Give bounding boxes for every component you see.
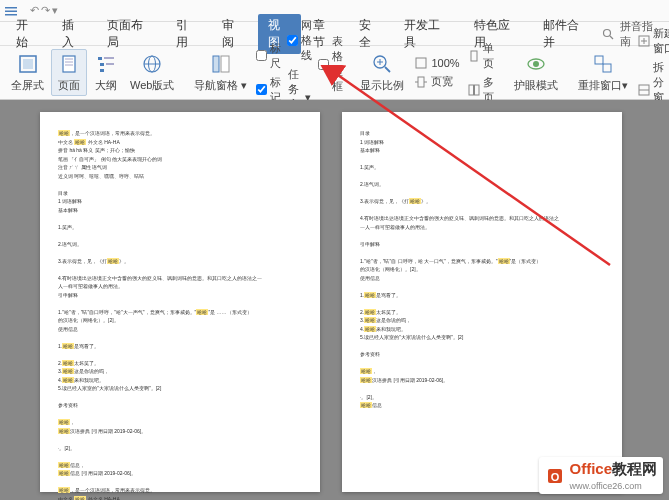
doc-line: 基本解释: [360, 147, 604, 155]
doc-line: 注音 ㄏㄚ 属性 语气词: [58, 164, 302, 172]
doc-line: 1.笑声。: [58, 224, 302, 232]
zoom-button[interactable]: 显示比例: [355, 50, 409, 95]
doc-line: 3.表示得意，见，《打哈哈》。: [58, 258, 302, 266]
gridlines-check[interactable]: 网格线: [285, 17, 314, 64]
doc-line: 1 词语解释: [58, 198, 302, 206]
doc-line: 哈哈，是一个汉语词语，常用来表示得意。: [58, 130, 302, 138]
doc-line: [360, 249, 604, 257]
doc-line: 3.表示得意，见，《打哈哈》。: [360, 198, 604, 206]
doc-line: [360, 343, 604, 351]
doc-line: 引申解释: [360, 241, 604, 249]
menu-insert[interactable]: 插入: [52, 14, 96, 54]
doc-line: [360, 190, 604, 198]
single-page-button[interactable]: 单页: [465, 40, 499, 72]
svg-rect-25: [416, 58, 426, 68]
doc-line: 哈哈，是一个汉语词语，常用来表示得意。: [58, 487, 302, 495]
doc-line: 参考资料: [360, 351, 604, 359]
markup-checkbox[interactable]: [256, 84, 267, 95]
doc-line: 2.哈哈太坏笑了。: [58, 360, 302, 368]
table-grid-checkbox[interactable]: [318, 59, 329, 70]
search-icon[interactable]: [602, 28, 614, 40]
doc-line: 1.哈哈是骂看了。: [58, 343, 302, 351]
page-view-button[interactable]: 页面: [51, 49, 87, 96]
svg-rect-12: [104, 57, 114, 59]
doc-line: 一人一样可望着做事人的用法。: [360, 224, 604, 232]
doc-line: 4.有时语境出达语境正文中含蓄的强大的贬义味、讽刺词味的意思。和其口吃之人的语法…: [360, 215, 604, 223]
svg-rect-19: [213, 56, 219, 72]
document-workspace[interactable]: 哈哈，是一个汉语词语，常用来表示得意。中文名 哈哈 外文名 HA-HA拼音 hā…: [0, 100, 669, 500]
page-width-button[interactable]: 页宽: [411, 73, 462, 90]
doc-line: 中文名 哈哈 外文名 HA-HA: [58, 139, 302, 147]
doc-line: 近义词 呵呵、嘻嘻、嘿嘿、哼哼、咭咭: [58, 173, 302, 181]
doc-line: [360, 283, 604, 291]
menu-security[interactable]: 安全: [349, 14, 393, 54]
doc-line: [58, 334, 302, 342]
zoom-icon: [370, 52, 394, 76]
page-1-content: 哈哈，是一个汉语词语，常用来表示得意。中文名 哈哈 外文名 HA-HA拼音 hā…: [40, 112, 320, 500]
doc-line: [58, 436, 302, 444]
doc-line: 拼音 hā hā 释义 笑声；开心；愉快: [58, 147, 302, 155]
doc-line: 目录: [58, 190, 302, 198]
menu-references[interactable]: 引用: [166, 14, 210, 54]
doc-line: 哈哈汉语拼典 [引用日期 2019-02-06]。: [58, 428, 302, 436]
doc-line: [360, 207, 604, 215]
nav-pane-button[interactable]: 导航窗格 ▾: [189, 50, 252, 95]
svg-rect-26: [418, 77, 424, 87]
doc-line: [58, 215, 302, 223]
ruler-check[interactable]: 标尺: [254, 40, 283, 72]
outline-icon: [94, 52, 118, 76]
menu-page-layout[interactable]: 页面布局: [97, 14, 164, 54]
doc-line: 3.哈哈这是你说的吗，: [58, 368, 302, 376]
doc-line: 哈哈信息，: [58, 462, 302, 470]
svg-rect-11: [98, 57, 102, 60]
fullscreen-icon: [16, 52, 40, 76]
eye-mode-button[interactable]: 护眼模式: [509, 50, 563, 95]
page-2[interactable]: 目录1 词语解释基本解释 1.笑声。 2.语气词。 3.表示得意，见，《打哈哈》…: [342, 112, 622, 492]
doc-line: 的汉语化（网络化）。[2]。: [58, 317, 302, 325]
outline-button[interactable]: 大纲: [89, 50, 123, 95]
ruler-checkbox[interactable]: [256, 50, 267, 61]
menu-start[interactable]: 开始: [6, 14, 50, 54]
svg-rect-14: [106, 63, 114, 65]
doc-line: 人一样可望着做事人的用法。: [58, 283, 302, 291]
doc-line: [58, 411, 302, 419]
doc-line: 3.哈哈这是你说的吗，: [360, 317, 604, 325]
doc-line: 使用信息: [360, 275, 604, 283]
doc-line: 哈哈信息 [引用日期 2019-02-06]。: [58, 470, 302, 478]
menu-review[interactable]: 审阅: [212, 14, 256, 54]
doc-line: [360, 156, 604, 164]
menu-dev-tools[interactable]: 开发工具: [394, 14, 461, 54]
doc-line: 2.哈哈太坏笑了。: [360, 309, 604, 317]
svg-rect-7: [63, 56, 75, 72]
single-page-icon: [468, 49, 480, 63]
svg-rect-1: [5, 10, 17, 12]
web-view-button[interactable]: Web版式: [125, 50, 179, 95]
doc-line: [360, 360, 604, 368]
doc-line: [58, 479, 302, 487]
svg-line-4: [610, 36, 613, 39]
svg-rect-15: [100, 69, 104, 72]
gridlines-checkbox[interactable]: [287, 35, 298, 46]
svg-text:O: O: [551, 471, 560, 483]
doc-line: [58, 232, 302, 240]
svg-point-33: [533, 61, 539, 67]
doc-line: [360, 173, 604, 181]
fullscreen-button[interactable]: 全屏式: [6, 50, 49, 95]
rearrange-icon: [591, 52, 615, 76]
svg-point-3: [604, 29, 611, 36]
doc-line: 5.读已经人家室的"大家说说什么人类变啊"。[2]: [360, 334, 604, 342]
svg-rect-13: [100, 63, 104, 66]
menu-mail-merge[interactable]: 邮件合并: [533, 14, 600, 54]
page-1[interactable]: 哈哈，是一个汉语词语，常用来表示得意。中文名 哈哈 外文名 HA-HA拼音 hā…: [40, 112, 320, 492]
office-logo-icon: O: [545, 466, 565, 486]
doc-line: 的汉语化（网络化）。[2]。: [360, 266, 604, 274]
doc-line: 哈哈信息: [360, 402, 604, 410]
svg-rect-30: [469, 85, 474, 95]
zoom-100-button[interactable]: 100%: [411, 55, 462, 71]
checks-col-1: 标尺 标记: [254, 40, 283, 106]
new-window-button[interactable]: 新建窗口: [635, 25, 669, 57]
rearrange-button[interactable]: 重排窗口▾: [573, 50, 633, 95]
doc-line: 1."哈"者，"咭"自口呼哼，"哈"大一声气"，意爽气；形事威扬。"哈哈"是 ……: [58, 309, 302, 317]
doc-line: 中文名 哈哈 外文名 HA-HA: [58, 496, 302, 501]
table-grid-check[interactable]: 表格虚框: [316, 33, 345, 95]
